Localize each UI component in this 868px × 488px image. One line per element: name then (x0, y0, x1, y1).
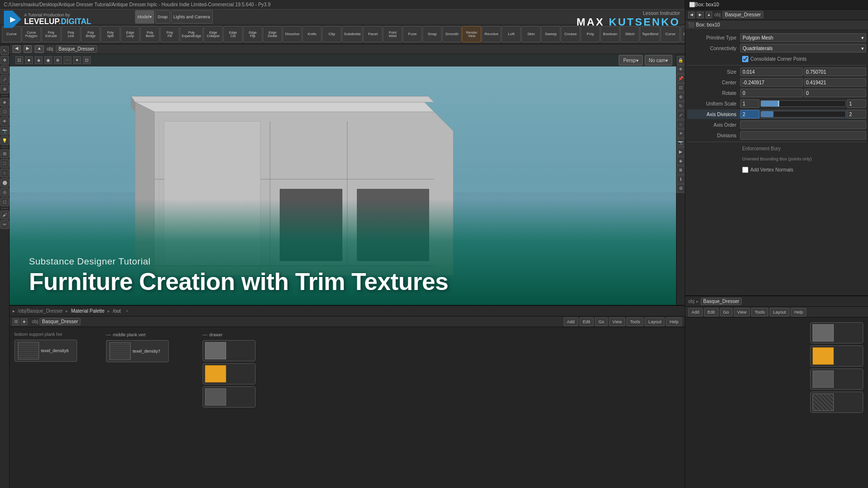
prop-rotate-y[interactable]: 0 (804, 89, 867, 97)
ng-icon-btn[interactable]: ⊡ (13, 318, 19, 325)
tool-edgeflip[interactable]: EdgeFlip (243, 26, 262, 42)
path-up-btn[interactable]: ▲ (35, 45, 44, 53)
vp-icon-move[interactable]: ⊕ (677, 92, 685, 101)
prop-size-y[interactable]: 0.750701 (804, 67, 867, 76)
tool-polyexpandedge[interactable]: PolyExpandEdge (180, 26, 203, 42)
prop-us-value[interactable]: 1 (740, 99, 760, 108)
left-tool-sphere[interactable]: ○ (0, 169, 9, 177)
rp-help-btn[interactable]: Help (791, 308, 807, 317)
left-tool-scale[interactable]: ⤢ (0, 75, 9, 84)
ng-node-texel7[interactable]: texel_density7 (106, 340, 169, 362)
left-tool-select[interactable]: ↖ (0, 46, 9, 55)
vp-icon-eye[interactable]: 👁 (677, 65, 685, 74)
tool-boolean[interactable]: Boolean (600, 26, 620, 42)
left-tool-cylinder[interactable]: ⬤ (0, 178, 9, 187)
ng-material-palette[interactable]: Material Palette (69, 308, 106, 314)
vp-material-btn[interactable]: ◈ (35, 56, 42, 64)
ng-node-drawer3[interactable] (203, 386, 256, 408)
prop-us-slider[interactable] (760, 100, 846, 107)
prop-axis-div-x[interactable]: 2 (740, 110, 760, 119)
vp-icon-obj[interactable]: ○ (677, 120, 685, 129)
tool-stitch[interactable]: Stitch (620, 26, 639, 42)
tool-dissolve[interactable]: Dissolve (283, 26, 302, 42)
left-tool-light[interactable]: 💡 (0, 136, 9, 145)
vp-icon-render[interactable]: 🖥 (677, 166, 685, 174)
vp-icon-anim[interactable]: ▶ (677, 147, 685, 156)
left-tool-move[interactable]: ✥ (0, 56, 9, 65)
prop-cons-checkbox[interactable] (742, 56, 748, 62)
prop-us-value2[interactable]: 1 (847, 99, 866, 108)
vp-icon-cam[interactable]: 📷 (677, 138, 685, 147)
vp-more2-btn[interactable]: ⊡ (83, 56, 91, 64)
prop-axis-order-dropdown[interactable] (740, 120, 866, 129)
vp-snap2-btn[interactable]: ⊕ (54, 56, 62, 64)
ng-node-drawer1[interactable] (203, 340, 256, 361)
prop-rotate-x[interactable]: 0 (740, 89, 803, 97)
vp-ref-btn[interactable]: ✦ (73, 56, 81, 64)
path-fwd-btn[interactable]: ▶ (24, 45, 32, 53)
left-tool-cam[interactable]: 📷 (0, 127, 9, 135)
left-tool-torus[interactable]: ◎ (0, 188, 9, 197)
ng-go-btn[interactable]: Go (595, 317, 608, 326)
tool-facet[interactable]: Facet (363, 26, 382, 42)
ng-view-btn[interactable]: View (609, 317, 625, 326)
viewport[interactable]: ⊡ ■ ◈ ◉ ⊕ ⋯ ✦ ⊡ Persp ▾ No cam ▾ (10, 54, 676, 305)
left-tool-view[interactable]: 👁 (0, 117, 9, 126)
rp-tools-btn[interactable]: Tools (751, 308, 768, 317)
prop-divisions-value[interactable] (740, 131, 866, 140)
rp-view-btn[interactable]: View (734, 308, 750, 317)
prop-vtx-normals-checkbox[interactable] (742, 167, 748, 173)
vp-icon-scale[interactable]: ⤢ (677, 111, 685, 119)
prop-prim-dropdown[interactable]: Polygon Mesh ▾ (740, 33, 866, 42)
left-tool-box[interactable]: □ (0, 159, 9, 168)
left-tool-paint[interactable]: 🖌 (0, 211, 9, 219)
rp-node-drawer-node2[interactable] (810, 345, 863, 367)
prop-conn-dropdown[interactable]: Quadrilaterals ▾ (740, 44, 866, 53)
vp-icon-rotate[interactable]: ↻ (677, 102, 685, 110)
tool-polybridge[interactable]: PolyBridge (81, 26, 100, 42)
tool-sweep[interactable]: Sweep (541, 26, 560, 42)
ng-help-btn[interactable]: Help (666, 317, 682, 326)
tool-revolve[interactable]: Revolve (482, 26, 501, 42)
vp-wireframe-btn[interactable]: ⊡ (15, 56, 23, 64)
left-tool-rotate[interactable]: ↻ (0, 66, 9, 74)
vp-icon-pin[interactable]: 📌 (677, 74, 685, 83)
ng-add-btn[interactable]: Add (564, 317, 578, 326)
left-tool-sculpt2[interactable]: ✏ (0, 220, 9, 229)
vp-icon-settings2[interactable]: ⚙ (677, 184, 685, 193)
left-tool-grid[interactable]: ⊞ (0, 149, 9, 158)
tool-polyline[interactable]: PolyLine (61, 26, 81, 42)
vp-icon-geo[interactable]: ◈ (677, 157, 685, 165)
vp-bg-btn[interactable]: ⋯ (64, 56, 71, 64)
vp-light-btn[interactable]: ◉ (44, 56, 52, 64)
tool-polysplit[interactable]: PolySplit (101, 26, 120, 42)
tool-smooth[interactable]: Smooth (442, 26, 461, 42)
ng-node-texel6[interactable]: texel_density6 (14, 340, 77, 362)
vp-persp-btn[interactable]: Persp ▾ (619, 55, 642, 66)
tool-polyfill[interactable]: PolyFill (160, 26, 179, 42)
rp-node-drawer-node3[interactable] (810, 369, 863, 390)
left-tool-snap[interactable]: ◈ (0, 98, 9, 106)
vp-icon-light[interactable]: ☀ (677, 129, 685, 138)
prop-axis-slider[interactable] (760, 111, 846, 118)
ng-path-obj-label[interactable]: /obj/Basque_Dresser (16, 308, 65, 314)
ng-out-label[interactable]: /out (111, 308, 123, 314)
lights-camera-tab[interactable]: Lights and Camera (171, 10, 213, 24)
ng-tools-btn[interactable]: Tools (626, 317, 643, 326)
tool-pointweld[interactable]: PointWeld (383, 26, 402, 42)
tool-poly[interactable]: Poly (581, 26, 600, 42)
tool-edgedivide[interactable]: EdgeDivide (263, 26, 282, 42)
vp-solid-btn[interactable]: ■ (25, 56, 33, 64)
vp-icon-lock[interactable]: 🔒 (677, 56, 685, 65)
ng-edit-btn[interactable]: Edit (580, 317, 594, 326)
tool-subdivide[interactable]: Subdivide (342, 26, 363, 42)
rp-node-drawer-node1[interactable] (810, 322, 863, 343)
tool-loft[interactable]: Loft (502, 26, 521, 42)
prop-center-x[interactable]: -0.240917 (740, 78, 803, 87)
left-tool-tube[interactable]: ◻ (0, 198, 9, 206)
rp-go-btn[interactable]: Go (720, 308, 732, 317)
rp-fwd-btn[interactable]: ▶ (697, 12, 704, 18)
rp-add-btn[interactable]: Add (688, 308, 703, 317)
tool-crease[interactable]: Crease (561, 26, 580, 42)
vp-cam-btn[interactable]: No cam ▾ (645, 55, 672, 66)
